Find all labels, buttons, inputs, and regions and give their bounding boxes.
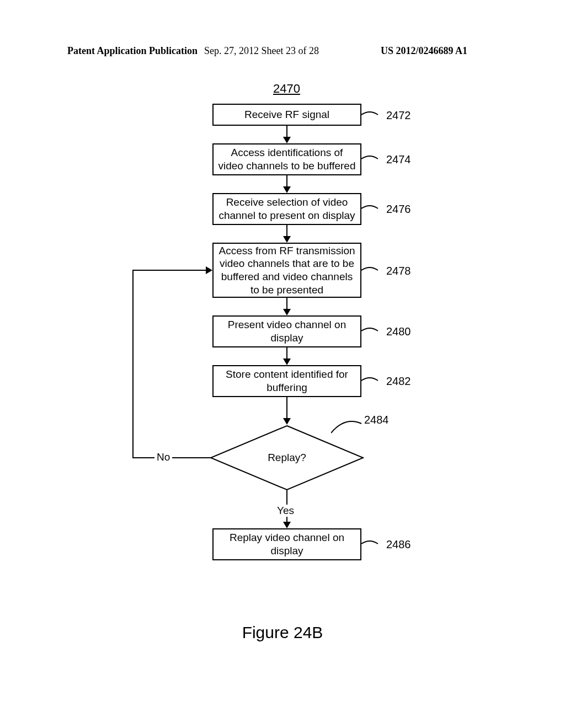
step-receive-rf: Receive RF signal <box>212 104 361 126</box>
arrowhead-down-icon <box>283 309 291 315</box>
leader-curve <box>361 325 383 336</box>
connector <box>286 225 287 237</box>
arrowhead-down-icon <box>283 522 291 528</box>
connector <box>286 347 287 360</box>
leader-curve <box>361 538 383 549</box>
step-label: Access from RF transmission video channe… <box>218 244 356 297</box>
step-label: Receive selection of video channel to pr… <box>218 196 356 222</box>
connector <box>286 175 287 188</box>
branch-no: No <box>154 451 172 463</box>
step-receive-selection: Receive selection of video channel to pr… <box>212 193 361 225</box>
ref-2472: 2472 <box>386 109 411 122</box>
step-replay-video: Replay video channel on display <box>212 528 361 560</box>
leader-curve <box>361 203 383 214</box>
step-access-rf-channels: Access from RF transmission video channe… <box>212 243 361 298</box>
ref-2478: 2478 <box>386 265 411 277</box>
arrowhead-right-icon <box>206 266 212 274</box>
step-label: Receive RF signal <box>244 108 329 121</box>
connector <box>286 397 287 419</box>
arrowhead-down-icon <box>283 137 291 143</box>
step-store-content: Store content identified for buffering <box>212 365 361 397</box>
arrowhead-down-icon <box>283 236 291 243</box>
connector <box>286 298 287 310</box>
step-label: Replay video channel on display <box>218 531 356 558</box>
header-publication: Patent Application Publication <box>67 45 198 57</box>
leader-curve <box>331 419 364 436</box>
arrowhead-down-icon <box>283 358 291 365</box>
header-pub-number: US 2012/0246689 A1 <box>381 45 467 57</box>
connector-no-v <box>132 270 134 458</box>
step-access-ids: Access identifications of video channels… <box>212 143 361 175</box>
leader-curve <box>361 375 383 386</box>
branch-yes: Yes <box>276 505 295 517</box>
ref-2486: 2486 <box>386 538 411 551</box>
connector <box>286 126 287 138</box>
ref-2484: 2484 <box>364 414 389 426</box>
figure-caption: Figure 24B <box>0 623 565 642</box>
ref-2476: 2476 <box>386 203 411 216</box>
arrowhead-down-icon <box>283 418 291 425</box>
ref-2474: 2474 <box>386 153 411 166</box>
figure-reference-number: 2470 <box>273 82 300 96</box>
connector-no-h2 <box>132 270 206 271</box>
leader-curve <box>361 153 383 164</box>
step-label: Store content identified for buffering <box>218 368 356 394</box>
leader-curve <box>361 265 383 276</box>
ref-2480: 2480 <box>386 325 411 338</box>
step-present-video: Present video channel on display <box>212 315 361 347</box>
header-date-sheet: Sep. 27, 2012 Sheet 23 of 28 <box>204 45 319 57</box>
ref-2482: 2482 <box>386 375 411 388</box>
step-label: Present video channel on display <box>218 318 356 345</box>
arrowhead-down-icon <box>283 186 291 193</box>
step-label: Access identifications of video channels… <box>218 146 356 173</box>
leader-curve <box>361 109 383 120</box>
